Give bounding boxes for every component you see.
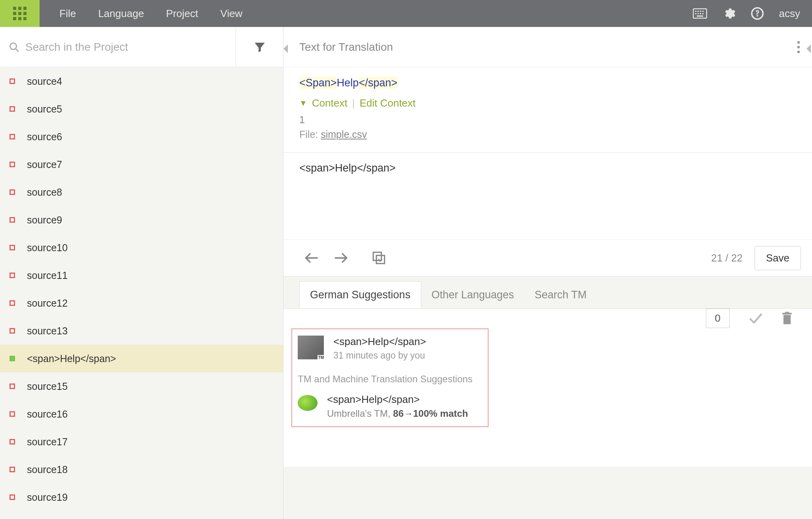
- file-link[interactable]: simple.csv: [321, 129, 367, 140]
- status-indicator: [10, 162, 15, 167]
- user-suggestion[interactable]: TM <span>Help</span> 31 minutes ago by y…: [292, 329, 488, 368]
- approve-button[interactable]: [749, 313, 763, 324]
- status-indicator: [10, 217, 15, 223]
- search-input[interactable]: [25, 41, 228, 53]
- copy-source-button[interactable]: [371, 250, 386, 265]
- tab-search-tm[interactable]: Search TM: [524, 282, 597, 308]
- svg-rect-19: [782, 313, 791, 314]
- chevron-down-icon[interactable]: ▼: [299, 99, 307, 108]
- arrow-left-icon: [304, 252, 318, 264]
- svg-point-14: [797, 46, 800, 48]
- tm-suggestion-meta: Umbrella's TM, 86→100% match: [327, 408, 468, 419]
- list-item[interactable]: source17: [0, 428, 283, 456]
- list-item[interactable]: <span>Help</span>: [0, 345, 283, 372]
- status-indicator: [10, 189, 15, 195]
- status-indicator: [10, 411, 15, 417]
- menu-file[interactable]: File: [59, 8, 76, 20]
- menu-language[interactable]: Language: [98, 8, 144, 20]
- list-item-label: <span>Help</span>: [27, 353, 116, 364]
- list-item[interactable]: source7: [0, 151, 283, 178]
- svg-rect-3: [700, 11, 701, 12]
- close-tag: </span>: [359, 77, 397, 89]
- status-indicator: [10, 439, 15, 445]
- svg-rect-8: [702, 13, 704, 14]
- status-indicator: [10, 328, 15, 334]
- list-item-label: source5: [27, 103, 62, 115]
- list-item[interactable]: source8: [0, 178, 283, 206]
- user-name[interactable]: acsy: [779, 8, 800, 20]
- list-item[interactable]: source6: [0, 123, 283, 151]
- status-indicator: [10, 78, 15, 84]
- list-item-label: source16: [27, 408, 68, 420]
- source-text: <Span>Help</span>: [283, 67, 812, 97]
- delete-button[interactable]: [782, 312, 792, 325]
- list-item[interactable]: source11: [0, 261, 283, 289]
- tm-suggestion-text: <span>Help</span>: [327, 393, 468, 406]
- status-indicator: [10, 356, 15, 361]
- prev-button[interactable]: [304, 252, 318, 264]
- list-item-label: source11: [27, 270, 68, 281]
- tab-other-languages[interactable]: Other Languages: [421, 282, 525, 308]
- svg-rect-2: [698, 11, 699, 12]
- list-item-label: source6: [27, 131, 62, 143]
- panel-menu-button[interactable]: [797, 41, 800, 53]
- filter-button[interactable]: [236, 27, 283, 67]
- editor-panel: Text for Translation <Span>Help</span> ▼…: [283, 27, 812, 519]
- edit-context-button[interactable]: Edit Context: [359, 97, 416, 109]
- list-item[interactable]: source13: [0, 317, 283, 345]
- copy-icon: [371, 250, 386, 265]
- status-indicator: [10, 273, 15, 278]
- svg-point-15: [797, 50, 800, 53]
- status-indicator: [10, 106, 15, 112]
- list-item[interactable]: source5: [0, 95, 283, 123]
- gear-icon[interactable]: [722, 7, 736, 20]
- keyboard-icon[interactable]: [693, 8, 707, 19]
- context-toggle[interactable]: Context: [312, 97, 348, 109]
- app-menu-button[interactable]: [0, 0, 40, 27]
- list-item-label: source4: [27, 76, 62, 87]
- tab-german-suggestions[interactable]: German Suggestions: [299, 281, 421, 308]
- arrow-right-icon: [334, 252, 348, 264]
- tm-source-icon: [298, 395, 318, 411]
- list-item-label: source9: [27, 214, 62, 226]
- list-item[interactable]: source10: [0, 234, 283, 261]
- collapse-right-button[interactable]: [806, 44, 812, 53]
- list-item-label: source19: [27, 492, 68, 503]
- list-item[interactable]: source18: [0, 456, 283, 483]
- grid-icon: [13, 7, 27, 20]
- translation-input[interactable]: <span>Help</span>: [283, 152, 812, 239]
- top-menu-bar: File Language Project View acsy: [0, 0, 812, 27]
- list-item[interactable]: source9: [0, 206, 283, 234]
- sidebar: source4source5source6source7source8sourc…: [0, 27, 283, 519]
- suggestion-meta: 31 minutes ago by you: [333, 350, 426, 361]
- list-item-label: source12: [27, 298, 68, 309]
- list-item[interactable]: source15: [0, 372, 283, 400]
- list-item[interactable]: source16: [0, 400, 283, 428]
- suggestions-panel: German Suggestions Other Languages Searc…: [283, 277, 812, 519]
- svg-rect-9: [697, 15, 703, 17]
- string-list: source4source5source6source7source8sourc…: [0, 67, 283, 519]
- list-item-label: source17: [27, 436, 68, 448]
- svg-rect-16: [373, 252, 382, 261]
- svg-rect-4: [702, 11, 704, 12]
- context-file: File: simple.csv: [283, 129, 812, 152]
- menu-project[interactable]: Project: [166, 8, 198, 20]
- check-icon: [749, 313, 763, 324]
- list-item[interactable]: source12: [0, 289, 283, 317]
- list-item-label: source18: [27, 464, 68, 475]
- help-icon[interactable]: [751, 7, 764, 20]
- menu-view[interactable]: View: [221, 8, 243, 20]
- list-item-label: source13: [27, 325, 68, 337]
- list-item-label: source10: [27, 242, 68, 254]
- next-button[interactable]: [334, 252, 348, 264]
- list-item-label: source7: [27, 159, 62, 170]
- vote-count[interactable]: 0: [706, 309, 730, 328]
- filter-icon: [253, 40, 266, 54]
- translation-text: <span>Help</span>: [299, 162, 796, 174]
- list-item[interactable]: source4: [0, 67, 283, 95]
- tm-suggestion[interactable]: <span>Help</span> Umbrella's TM, 86→100%…: [292, 389, 488, 426]
- collapse-left-button[interactable]: [283, 44, 289, 53]
- list-item[interactable]: source19: [0, 483, 283, 511]
- svg-rect-6: [698, 13, 699, 14]
- save-button[interactable]: Save: [755, 246, 801, 270]
